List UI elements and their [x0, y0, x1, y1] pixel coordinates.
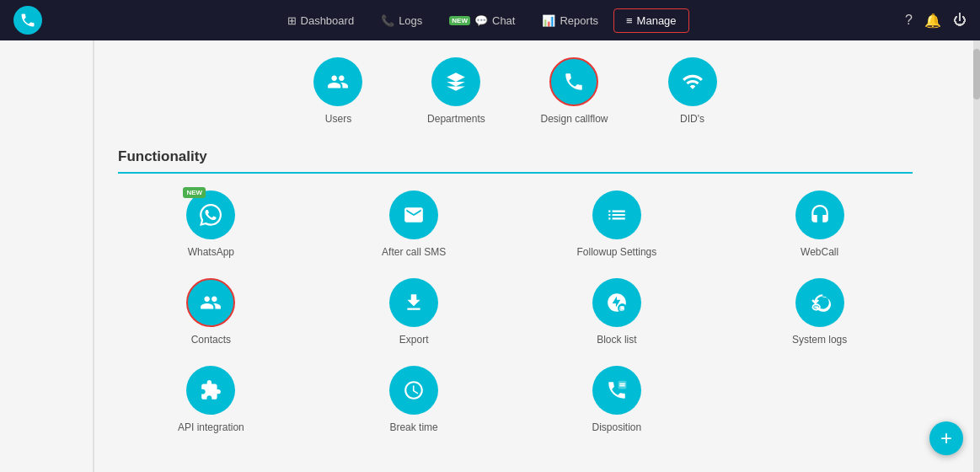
func-item-disposition[interactable]: Disposition [524, 366, 710, 433]
manage-icon: ≡ [626, 14, 633, 27]
functionality-title: Functionality [118, 148, 913, 165]
disposition-label: Disposition [592, 421, 642, 433]
new-badge: NEW [449, 16, 470, 25]
nav-reports[interactable]: 📊 Reports [530, 9, 610, 32]
new-tag: NEW [183, 187, 206, 198]
nav-manage-label: Manage [637, 14, 677, 27]
departments-icon-circle [431, 57, 480, 106]
dids-label: DID's [680, 113, 704, 125]
functionality-section: Functionality NEW WhatsApp After call SM… [118, 148, 913, 433]
nav-dashboard-label: Dashboard [301, 14, 355, 27]
sidebar-line [93, 40, 94, 472]
design-callflow-label: Design callflow [540, 113, 608, 125]
after-call-sms-label: After call SMS [382, 246, 446, 258]
notification-icon[interactable]: 🔔 [924, 13, 941, 29]
scrollbar-thumb[interactable] [973, 49, 980, 99]
export-icon-circle [389, 278, 438, 327]
whatsapp-wrapper: NEW [186, 190, 235, 239]
top-icons-row: Users Departments Design callflow DID's [118, 57, 913, 125]
followup-icon-circle [592, 190, 641, 239]
func-item-block-list[interactable]: ⊘ Block list [524, 278, 710, 346]
nav-right: ? 🔔 ⏻ [905, 13, 967, 29]
nav-manage[interactable]: ≡ Manage [613, 8, 689, 33]
svg-rect-5 [619, 381, 626, 389]
svg-text:⊘: ⊘ [619, 304, 625, 313]
disposition-icon-circle [592, 366, 641, 415]
nav-chat[interactable]: NEW 💬 Chat [437, 9, 527, 32]
top-item-departments[interactable]: Departments [422, 57, 490, 125]
break-time-icon-circle [389, 366, 438, 415]
nav-logs[interactable]: 📞 Logs [369, 9, 434, 32]
users-label: Users [325, 113, 351, 125]
webcall-label: WebCall [801, 246, 838, 258]
webcall-icon-circle [795, 190, 844, 239]
departments-label: Departments [427, 113, 485, 125]
topnav: ⊞ Dashboard 📞 Logs NEW 💬 Chat 📊 Reports … [0, 0, 980, 40]
func-item-whatsapp[interactable]: NEW WhatsApp [118, 190, 304, 258]
contacts-icon-circle [186, 278, 235, 327]
functionality-grid: NEW WhatsApp After call SMS Fo [118, 190, 913, 433]
nav-center: ⊞ Dashboard 📞 Logs NEW 💬 Chat 📊 Reports … [59, 8, 905, 33]
followup-label: Followup Settings [577, 246, 657, 258]
brand-logo[interactable] [13, 6, 42, 35]
contacts-label: Contacts [191, 334, 231, 346]
func-item-export[interactable]: Export [321, 278, 507, 346]
nav-logs-label: Logs [399, 14, 422, 27]
fab-plus-icon: + [940, 426, 952, 450]
fab-button[interactable]: + [929, 421, 963, 455]
design-callflow-icon-circle [549, 57, 598, 106]
top-item-users[interactable]: Users [304, 57, 372, 125]
dashboard-icon: ⊞ [287, 14, 297, 27]
func-item-followup-settings[interactable]: Followup Settings [524, 190, 710, 258]
nav-chat-label: Chat [492, 14, 515, 27]
chat-icon: 💬 [474, 14, 488, 27]
nav-dashboard[interactable]: ⊞ Dashboard [276, 9, 367, 32]
func-item-api-integration[interactable]: API integration [118, 366, 304, 433]
block-list-icon-circle: ⊘ [592, 278, 641, 327]
scrollbar[interactable] [973, 40, 980, 472]
func-item-webcall[interactable]: WebCall [726, 190, 913, 258]
reports-icon: 📊 [542, 14, 555, 27]
system-logs-icon-circle [795, 278, 844, 327]
after-call-sms-icon-circle [389, 190, 438, 239]
top-item-dids[interactable]: DID's [659, 57, 726, 125]
func-item-break-time[interactable]: Break time [321, 366, 507, 433]
func-item-after-call-sms[interactable]: After call SMS [321, 190, 507, 258]
nav-reports-label: Reports [560, 14, 598, 27]
section-divider [118, 172, 913, 174]
users-icon-circle [313, 57, 362, 106]
phone-icon: 📞 [381, 14, 394, 27]
api-integration-label: API integration [178, 421, 244, 433]
export-label: Export [399, 334, 429, 346]
main-content: Users Departments Design callflow DID's … [0, 40, 980, 472]
power-icon[interactable]: ⏻ [953, 13, 967, 28]
top-item-design-callflow[interactable]: Design callflow [540, 57, 608, 125]
func-item-system-logs[interactable]: System logs [726, 278, 913, 346]
whatsapp-label: WhatsApp [188, 246, 234, 258]
system-logs-label: System logs [792, 334, 847, 346]
func-item-contacts[interactable]: Contacts [118, 278, 304, 346]
help-icon[interactable]: ? [905, 13, 913, 28]
dids-icon-circle [668, 57, 717, 106]
block-list-label: Block list [597, 334, 636, 346]
break-time-label: Break time [389, 421, 437, 433]
api-integration-icon-circle [186, 366, 235, 415]
